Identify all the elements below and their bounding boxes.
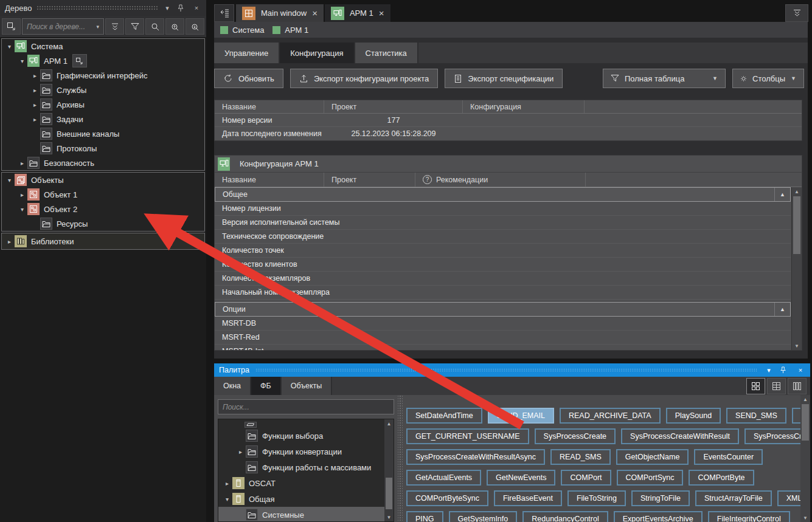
tree-item[interactable]: Протоколы — [2, 141, 204, 156]
fb-FileToString[interactable]: FileToString — [567, 490, 626, 506]
category-item[interactable]: ▾Общая — [218, 491, 394, 507]
info-column-header[interactable] — [585, 100, 802, 113]
palette-tab[interactable]: Окна — [214, 377, 251, 395]
collapse-icon[interactable]: ▲ — [774, 188, 790, 201]
fb-EventsCounter[interactable]: EventsCounter — [694, 449, 763, 465]
breadcrumb-item[interactable]: Система — [220, 26, 264, 35]
pin-icon[interactable] — [780, 366, 789, 374]
chevron-down-icon[interactable]: ▾ — [4, 177, 15, 184]
config-column-header[interactable]: ?Рекомендации — [415, 173, 586, 187]
export-config-button[interactable]: Экспорт конфигурации проекта — [290, 69, 438, 88]
chevron-right-icon[interactable]: ▸ — [235, 448, 246, 455]
panel-menu-icon[interactable]: ▾ — [764, 366, 774, 374]
chevron-down-icon[interactable]: ▾ — [17, 206, 27, 213]
category-item[interactable]: Функции работы с массивами — [218, 459, 394, 475]
tree-item[interactable]: ▸Графический интерфейс — [2, 68, 204, 83]
category-item[interactable]: Функции выбора — [218, 428, 394, 444]
info-column-header[interactable]: Проект — [324, 100, 463, 113]
fb-GetNewEvents[interactable]: GetNewEvents — [487, 470, 555, 486]
fb-GetObjectName[interactable]: GetObjectName — [616, 449, 689, 465]
tab-inactive[interactable]: Статистика — [355, 43, 418, 63]
config-row[interactable]: Количество точек — [215, 244, 791, 258]
view-columns-button[interactable] — [788, 378, 807, 394]
chevron-right-icon[interactable]: ▸ — [17, 160, 27, 167]
fb-PING[interactable]: PING — [406, 511, 443, 522]
tree-item[interactable]: ▾Объект 2 — [2, 202, 204, 216]
columns-dropdown[interactable]: Столбцы ▼ — [732, 69, 804, 88]
shortcut-icon[interactable] — [72, 54, 87, 67]
table-filter-dropdown[interactable]: Полная таблица ▼ — [603, 69, 726, 88]
fb-SEND_SMS[interactable]: SEND_SMS — [726, 408, 786, 424]
tree-item[interactable]: ▸Безопасность — [2, 156, 204, 170]
tree-item[interactable]: ▸Объект 1 — [2, 187, 204, 202]
close-icon[interactable]: × — [796, 366, 805, 374]
fb-SysProcessCreate[interactable]: SysProcessCreate — [535, 428, 616, 444]
window-tab[interactable]: Main window× — [236, 4, 324, 22]
config-row[interactable]: Техническое сопровождение — [215, 230, 791, 244]
fb-COMPortByte[interactable]: COMPortByte — [689, 470, 754, 486]
config-row[interactable]: Номер лицензии — [215, 202, 791, 216]
fb-PlaySound[interactable]: PlaySound — [666, 408, 721, 424]
view-table-button[interactable] — [767, 378, 786, 394]
config-column-header[interactable]: Проект — [324, 173, 415, 187]
category-scrollbar[interactable]: ▲ ▼ — [384, 419, 394, 521]
tree-item[interactable]: ▾Объекты — [2, 173, 204, 187]
config-row[interactable]: MSRT-Red — [215, 331, 791, 345]
chevron-right-icon[interactable]: ▸ — [30, 87, 40, 94]
fb-COMPortByteSync[interactable]: COMPortByteSync — [406, 490, 488, 506]
config-row[interactable]: Начальный номер экземпляра — [215, 286, 791, 300]
fb-ExportEventsArchive[interactable]: ExportEventsArchive — [614, 511, 703, 522]
fb-FileIntegrityControl[interactable]: FileIntegrityControl — [708, 511, 790, 522]
fb-SetDateAndTime[interactable]: SetDateAndTime — [406, 408, 482, 424]
config-scrollbar[interactable]: ▲ ▼ — [791, 187, 802, 350]
group-row[interactable]: Общее▲ — [215, 187, 791, 202]
tree-item[interactable]: ▾Система — [2, 39, 204, 53]
breadcrumb-item[interactable]: АРМ 1 — [272, 26, 308, 35]
chevron-right-icon[interactable]: ▸ — [222, 480, 232, 487]
fb-COMPort[interactable]: COMPort — [561, 470, 611, 486]
chevron-right-icon[interactable]: ▸ — [30, 72, 40, 79]
close-icon[interactable]: × — [379, 9, 384, 18]
search-dropdown-icon[interactable]: ▾ — [96, 24, 99, 30]
chevron-right-icon[interactable]: ▸ — [4, 238, 15, 245]
chevron-down-icon[interactable]: ▾ — [4, 43, 15, 50]
table-row[interactable]: Номер версии177 — [215, 114, 802, 127]
chevron-down-icon[interactable]: ▾ — [17, 58, 27, 64]
category-item[interactable]: ▸OSCAT — [218, 475, 394, 491]
tab-list-button[interactable] — [785, 4, 808, 22]
panel-drag-handle[interactable] — [255, 368, 758, 372]
config-column-header[interactable] — [586, 173, 802, 187]
tree-item[interactable]: ▸Архивы — [2, 97, 204, 112]
panel-menu-icon[interactable]: ▾ — [162, 4, 172, 12]
tree-item[interactable]: Внешние каналы — [2, 126, 204, 141]
close-icon[interactable]: × — [312, 9, 318, 18]
tab-inactive[interactable]: Управление — [214, 43, 280, 63]
search-button[interactable] — [145, 18, 164, 35]
fb-READ_ARCHIVE_DATA[interactable]: READ_ARCHIVE_DATA — [560, 408, 661, 424]
export-spec-button[interactable]: Экспорт спецификации — [445, 69, 563, 88]
config-row[interactable]: Версия исполнительной системы — [215, 216, 791, 230]
tree-item[interactable]: ▸Библиотеки — [2, 233, 204, 249]
search-up-button[interactable] — [165, 18, 184, 35]
collapse-icon[interactable]: ▲ — [774, 303, 790, 316]
fb-RedundancyControl[interactable]: RedundancyControl — [522, 511, 608, 522]
fb-scrollbar[interactable]: ▲ ▼ — [800, 395, 810, 522]
tree-item[interactable]: ▸Задачи — [2, 112, 204, 126]
fb-GET_CURRENT_USERNAME[interactable]: GET_CURRENT_USERNAME — [406, 428, 529, 444]
close-icon[interactable]: × — [192, 4, 201, 12]
fb-GetActualEvents[interactable]: GetActualEvents — [406, 470, 481, 486]
config-row[interactable]: Количество экземпляров — [215, 272, 791, 286]
fb-SysProcessCreateWithResult[interactable]: SysProcessCreateWithResult — [621, 428, 739, 444]
fb-SEND_EMAIL[interactable]: SEND_EMAIL — [488, 408, 554, 424]
fb-SysProcessCreateWithResultAsync[interactable]: SysProcessCreateWithResultAsync — [406, 449, 545, 465]
panel-drag-handle[interactable] — [36, 5, 158, 10]
palette-tab[interactable]: Объекты — [282, 377, 333, 395]
splitter[interactable] — [398, 395, 403, 522]
tree-item[interactable]: ▾АРМ 1 — [2, 53, 204, 68]
chevron-right-icon[interactable]: ▸ — [30, 101, 40, 108]
config-column-header[interactable]: Название — [215, 173, 324, 187]
info-column-header[interactable]: Конфигурация — [463, 100, 585, 113]
palette-tab[interactable]: ФБ — [251, 377, 282, 395]
fb-READ_SMS[interactable]: READ_SMS — [550, 449, 611, 465]
tree-search-input[interactable]: Поиск в дереве... ▾ — [22, 18, 104, 35]
